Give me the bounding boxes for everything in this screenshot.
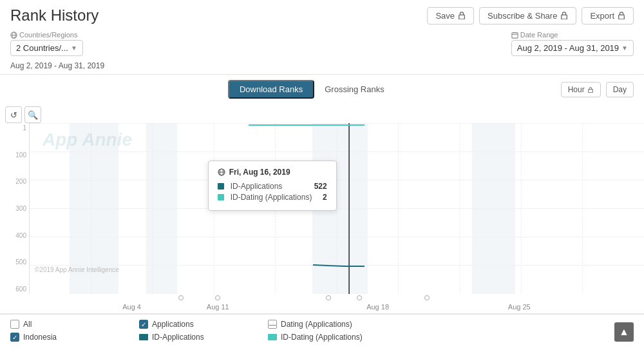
legend-item-dating: — Dating (Applications)	[268, 320, 397, 329]
y-label-400: 400	[3, 232, 26, 239]
chart-svg	[30, 123, 644, 294]
svg-rect-6	[512, 32, 518, 37]
lock-icon-2	[560, 12, 568, 19]
indonesia-checkbox[interactable]: ✓	[10, 333, 19, 342]
tooltip-color-1	[218, 183, 224, 190]
globe-icon-tooltip	[218, 168, 225, 176]
countries-dropdown[interactable]: 2 Countries/... ▼	[10, 40, 83, 56]
tooltip-name-2: ID-Dating (Applications)	[231, 193, 316, 202]
calendar-icon	[511, 32, 518, 39]
x-dot-2	[215, 295, 220, 300]
tab-download-ranks[interactable]: Download Ranks	[228, 80, 314, 99]
legend-item-indonesia: ✓ Indonesia	[10, 333, 139, 342]
tooltip-row-2: ID-Dating (Applications) 2	[218, 193, 327, 202]
lock-icon	[458, 12, 466, 19]
globe-icon	[10, 32, 17, 39]
x-dot-4	[357, 295, 362, 300]
chevron-down-icon: ▼	[71, 44, 77, 52]
selected-date-range: Aug 2, 2019 - Aug 31, 2019	[0, 59, 644, 74]
export-button[interactable]: Export	[582, 7, 634, 24]
lock-icon-3	[618, 12, 625, 19]
tabs-row: Download Ranks Grossing Ranks Hour Day	[0, 75, 644, 104]
legend-item-all: All	[10, 320, 139, 329]
y-label-500: 500	[3, 259, 26, 266]
y-label-300: 300	[3, 205, 26, 212]
reset-zoom-button[interactable]: ↺	[5, 106, 22, 123]
tooltip-name-1: ID-Applications	[231, 182, 308, 191]
hour-button[interactable]: Hour	[561, 82, 601, 97]
header-actions: Save Subscribe & Share Export	[427, 7, 634, 24]
x-label-aug4: Aug 4	[122, 303, 141, 311]
y-label-100: 100	[3, 151, 26, 159]
legend-indonesia-label: Indonesia	[23, 333, 57, 342]
y-axis: 1 100 200 300 400 500 600	[0, 123, 29, 294]
legend-dating-label: Dating (Applications)	[281, 320, 352, 329]
tooltip-color-2	[218, 194, 224, 200]
dating-checkbox[interactable]: —	[268, 320, 277, 329]
countries-control: Countries/Regions 2 Countries/... ▼	[10, 31, 83, 56]
controls-row: Countries/Regions 2 Countries/... ▼ Date…	[0, 28, 644, 59]
subscribe-share-button[interactable]: Subscribe & Share	[479, 7, 576, 24]
svg-rect-2	[619, 15, 625, 19]
granularity-controls: Hour Day	[561, 82, 634, 97]
save-button[interactable]: Save	[427, 7, 474, 24]
svg-rect-1	[562, 15, 567, 19]
legend-id-applications-label: ID-Applications	[152, 333, 204, 342]
tooltip: Fri, Aug 16, 2019 ID-Applications 522 ID…	[208, 161, 337, 211]
tooltip-value-1: 522	[314, 182, 327, 191]
chart-container: 1 100 200 300 400 500 600 App Annie	[0, 123, 644, 313]
rank-tabs: Download Ranks Grossing Ranks	[228, 80, 395, 99]
tooltip-date: Fri, Aug 16, 2019	[218, 168, 327, 177]
x-dot-3	[326, 295, 331, 300]
chevron-down-icon-2: ▼	[621, 44, 628, 52]
legend-id-dating-label: ID-Dating (Applications)	[281, 333, 363, 342]
day-button[interactable]: Day	[606, 82, 634, 97]
x-dot-5	[424, 295, 430, 300]
x-label-aug25: Aug 25	[508, 303, 531, 311]
legend-scroll: All ✓ Applications — Dating (Application…	[10, 320, 634, 342]
svg-rect-10	[588, 89, 592, 92]
date-range-label: Date Range	[511, 31, 634, 39]
copyright-text: ©2019 App Annie Intelligence	[35, 266, 119, 273]
zoom-button[interactable]: 🔍	[24, 106, 41, 123]
x-dot-1	[178, 295, 184, 300]
legend-item-id-applications: ID-Applications	[139, 333, 268, 342]
date-range-dropdown[interactable]: Aug 2, 2019 - Aug 31, 2019 ▼	[511, 40, 634, 56]
tab-grossing-ranks[interactable]: Grossing Ranks	[314, 81, 394, 97]
y-label-1: 1	[3, 124, 26, 132]
x-axis: Aug 4 Aug 11 Aug 18 Aug 25	[29, 294, 644, 313]
legend-row-1: All ✓ Applications — Dating (Application…	[10, 320, 614, 329]
legend-row-2: ✓ Indonesia ID-Applications ID-Dating (A…	[10, 333, 614, 342]
legend-item-id-dating: ID-Dating (Applications)	[268, 333, 397, 342]
legend-all-label: All	[23, 320, 32, 329]
svg-rect-0	[459, 15, 465, 19]
tooltip-row-1: ID-Applications 522	[218, 182, 327, 191]
page-title: Rank History	[10, 6, 99, 24]
chart-area: App Annie	[29, 123, 644, 294]
tooltip-value-2: 2	[323, 193, 327, 202]
y-label-200: 200	[3, 178, 26, 185]
x-label-aug18: Aug 18	[366, 303, 389, 311]
id-dating-swatch	[268, 334, 277, 340]
scroll-to-top-button[interactable]: ▲	[614, 322, 634, 342]
all-checkbox[interactable]	[10, 320, 19, 329]
date-range-control: Date Range Aug 2, 2019 - Aug 31, 2019 ▼	[511, 31, 634, 56]
y-label-600: 600	[3, 286, 26, 293]
countries-label: Countries/Regions	[10, 31, 83, 39]
x-label-aug11: Aug 11	[207, 303, 229, 311]
header: Rank History Save Subscribe & Share Expo…	[0, 0, 644, 28]
applications-checkbox[interactable]: ✓	[139, 320, 148, 329]
legend-item-applications: ✓ Applications	[139, 320, 268, 329]
chart-toolbar: ↺ 🔍	[0, 104, 644, 123]
id-applications-swatch	[139, 334, 148, 340]
lock-icon-hour	[587, 86, 594, 93]
legend-area: All ✓ Applications — Dating (Application…	[0, 314, 644, 347]
legend-applications-label: Applications	[152, 320, 194, 329]
